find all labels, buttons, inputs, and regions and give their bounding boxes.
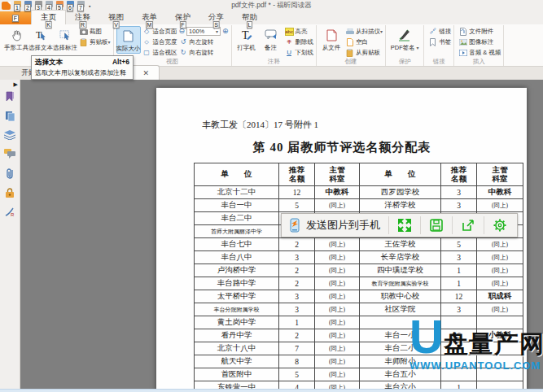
group-label-insert: 插入 [457, 58, 501, 66]
table-cell: 1 [441, 381, 477, 390]
rotate-right-button[interactable]: ↻ 向右旋转 [179, 47, 229, 58]
protect-quick-button[interactable]: 7 [77, 1, 86, 11]
table-row: 北京十二中12中教科西罗园学校3中教科 [195, 186, 523, 199]
sidebar-expand-icon[interactable]: ▶ [14, 81, 18, 88]
table-cell: 3 [441, 251, 477, 264]
quick-access-more-icon[interactable]: ▪ [89, 3, 90, 9]
comments-panel-icon[interactable] [4, 149, 15, 159]
titlebar: 1234567 ▪ pdf文件.pdf * - 福昕阅读器 [0, 0, 543, 11]
table-cell: 丰台八中 [195, 251, 279, 264]
tooltip-shortcut: Alt+6 [112, 58, 129, 68]
strikeout-button[interactable]: T 删除线 [285, 37, 314, 47]
bookmark-ribbon-icon [428, 38, 437, 46]
table-cell: (同上) [315, 264, 360, 277]
table-cell: 四中璞瑅学校 [360, 264, 441, 277]
document-icon [324, 28, 339, 42]
file-menu-button[interactable]: F [0, 11, 31, 24]
table-cell: (同上) [315, 355, 360, 368]
typewriter-button[interactable]: T 打字机 [234, 26, 259, 52]
rotate-right-icon: ↻ [179, 49, 188, 57]
note-button[interactable]: 备注 [259, 26, 283, 52]
document-title: 第 40 届教师节评选名额分配表 [194, 140, 490, 155]
fit-visible-button[interactable]: ▢ 适合视区 [142, 47, 177, 58]
strikeout-icon: T [285, 38, 294, 46]
send-to-phone-label[interactable]: 发送图片到手机 [306, 218, 380, 233]
signatures-panel-icon[interactable]: R [5, 207, 15, 217]
zoom-out-icon[interactable]: ⊖ [179, 28, 186, 35]
watermark-logo: U [409, 316, 444, 358]
text-cursor-icon: T [33, 28, 48, 42]
rotate-left-button[interactable]: ↺ 向左旋转 [179, 37, 229, 47]
table-cell: 王佐学校 [360, 238, 441, 251]
ribbon-tab-row: F 主页K注释R视图V表单M保护F分享S帮助L [0, 11, 543, 24]
ribbon-tab-分享[interactable]: 分享S [199, 11, 233, 24]
create-from-file-button[interactable]: 从文件 [319, 26, 344, 52]
ribbon-tab-视图[interactable]: 视图V [99, 11, 133, 24]
table-cell: 职成科 [477, 290, 523, 303]
table-cell: 太平桥中学 [195, 290, 279, 303]
group-label-create: 创建 [319, 58, 383, 66]
from-clipboard-button[interactable]: 从剪贴板 [345, 47, 383, 58]
share-image-button[interactable] [453, 215, 484, 236]
from-scanner-button[interactable]: 从扫描仪 ▾ [345, 26, 383, 37]
table-header-cell: 单 位 [360, 163, 441, 186]
file-attachment-button[interactable]: 文件附件 [458, 26, 501, 37]
tab-close-icon[interactable]: ✕ [142, 69, 149, 77]
speech-bubble-icon [264, 28, 278, 42]
table-cell: 3 [441, 186, 477, 199]
ribbon-group-create: 从文件 从扫描仪 ▾ 空白 [317, 25, 386, 66]
layers-panel-icon[interactable] [4, 130, 15, 140]
locate-quick-button[interactable]: 6 [66, 1, 76, 11]
clipboard-paste-icon [345, 49, 354, 57]
table-cell: (同上) [315, 277, 360, 290]
fit-width-button[interactable]: ⬦ 适合宽度 [142, 37, 177, 47]
ribbon-tab-帮助[interactable]: 帮助L [233, 11, 266, 24]
table-cell: 北京十八中 [195, 342, 279, 355]
underline-button[interactable]: U 下划线 [285, 47, 314, 58]
foxit-logo-icon [2, 2, 11, 10]
clipboard-icon [79, 38, 88, 46]
blank-button[interactable]: 空白 [345, 37, 383, 47]
blank-page-icon [345, 38, 354, 46]
document-header-note: 丰教工发〔2014〕17 号附件 1 [202, 119, 318, 131]
clipboard-button[interactable]: 剪贴板 ▾ [79, 37, 111, 47]
open-quick-button[interactable]: 1 [13, 1, 23, 11]
save-image-button[interactable] [421, 215, 452, 236]
image-annotation-button[interactable]: 图像标注 [458, 37, 501, 47]
pages-panel-icon[interactable] [5, 111, 15, 121]
select-text-button[interactable]: T 选择文本 [28, 26, 53, 52]
select-text-tooltip: 选择文本 Alt+6 选取文本用以复制或者添加注释 [31, 55, 134, 80]
fit-screen-button[interactable] [389, 215, 420, 236]
chain-link-icon: 🔗︎ [428, 28, 437, 36]
send-to-phone-toolbar: 发送图片到手机 [281, 213, 518, 237]
table-cell: (同上) [315, 329, 360, 342]
table-cell: 长辛店学校 [360, 251, 441, 264]
highlight-button[interactable]: abc 高亮 [285, 26, 314, 37]
security-panel-icon[interactable] [5, 188, 15, 198]
table-cell: 12 [279, 186, 315, 199]
group-label-link: 链接 [427, 58, 451, 66]
watermark-url: WWW.UPANTOOL.COM [409, 359, 543, 372]
ribbon-tab-保护[interactable]: 保护F [166, 11, 199, 24]
bookmark-button[interactable]: 书签 [428, 37, 451, 47]
keytip-badge: S [212, 21, 220, 28]
actual-size-button[interactable]: 实际大小 [116, 26, 141, 54]
ribbon-tab-主页[interactable]: 主页K [31, 10, 66, 24]
hand-icon [9, 28, 24, 42]
ribbon-tab-注释[interactable]: 注释R [66, 11, 99, 24]
hand-tool-button[interactable]: 手形工具 [4, 26, 28, 52]
scanner-caret-icon: ▾ [380, 28, 383, 34]
attachments-panel-icon[interactable] [6, 168, 15, 179]
upantool-watermark: U 盘量产网 WWW.UPANTOOL.COM [409, 316, 543, 372]
pdf-sign-button[interactable]: PDF签名 ▾ [388, 26, 421, 52]
settings-button[interactable] [484, 215, 515, 236]
keytip-badge: L [247, 21, 253, 28]
table-cell: (同上) [477, 251, 523, 264]
table-cell: 5 [279, 368, 315, 381]
link-button[interactable]: 🔗︎ 链接 [428, 26, 451, 37]
zoom-in-icon[interactable]: ⊕ [222, 28, 229, 35]
audio-video-button[interactable]: 音频 & 视频 [458, 47, 501, 58]
select-annotation-button[interactable]: 选择标注 [53, 26, 77, 52]
bookmarks-panel-icon[interactable] [5, 91, 15, 102]
ribbon-tab-表单[interactable]: 表单M [133, 11, 166, 24]
